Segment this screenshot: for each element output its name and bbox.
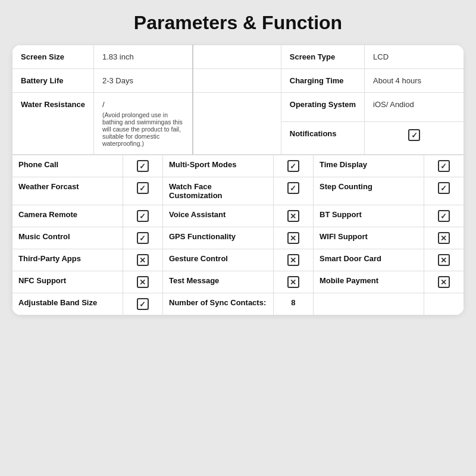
feature-col1-label-2: Camera Remote	[12, 205, 123, 227]
feature-col2-label-0: Multi-Sport Modes	[163, 155, 274, 177]
feature-row-5: NFC SupportTest MessageMobile Payment	[12, 271, 464, 293]
feature-row-2: Camera RemoteVoice AssistantBT Support	[12, 205, 464, 227]
feature-col1-label-0: Phone Call	[12, 155, 123, 177]
feature-col2-check-6: 8	[273, 293, 313, 315]
screen-size-value: 1.83 inch	[93, 45, 193, 69]
feature-col2-check-2	[273, 205, 313, 227]
feature-col2-check-4	[273, 249, 313, 271]
feature-col3-label-6	[314, 293, 424, 315]
features-table: Phone CallMulti-Sport ModesTime DisplayW…	[12, 155, 464, 315]
feature-col2-check-1	[273, 177, 313, 205]
feature-col3-label-3: WIFI Support	[314, 227, 424, 249]
feature-col3-check-5	[424, 271, 464, 293]
notifications-check	[408, 129, 420, 141]
feature-col2-label-6: Number of Sync Contacts:	[163, 293, 274, 315]
notifications-value	[365, 121, 464, 154]
feature-col1-check-6	[123, 293, 162, 315]
parameters-card: Screen Size 1.83 inch Screen Type LCD Ba…	[12, 45, 464, 315]
screen-type-value: LCD	[365, 45, 464, 69]
feature-col2-label-5: Test Message	[163, 271, 274, 293]
feature-col3-label-5: Mobile Payment	[314, 271, 424, 293]
feature-col1-check-5	[123, 271, 162, 293]
feature-col3-label-2: BT Support	[314, 205, 424, 227]
feature-col2-label-4: Gesture Control	[163, 249, 274, 271]
feature-col3-check-2	[424, 205, 464, 227]
notifications-label: Notifications	[281, 121, 364, 154]
feature-col2-label-3: GPS Functionality	[163, 227, 274, 249]
feature-col2-check-3	[273, 227, 313, 249]
water-resistance-label: Water Resistance	[12, 93, 94, 155]
water-resistance-value: / (Avoid prolonged use in bathing and sw…	[93, 93, 193, 155]
feature-row-3: Music ControlGPS FunctionalityWIFI Suppo…	[12, 227, 464, 249]
feature-col1-check-1	[123, 177, 162, 205]
feature-col2-label-1: Watch Face Customization	[163, 177, 274, 205]
feature-col3-label-4: Smart Door Card	[314, 249, 424, 271]
params-row-3: Water Resistance / (Avoid prolonged use …	[12, 93, 464, 122]
feature-col3-check-1	[424, 177, 464, 205]
feature-row-1: Weather ForcastWatch Face CustomizationS…	[12, 177, 464, 205]
feature-col1-label-6: Adjustable Band Size	[12, 293, 123, 315]
feature-col3-check-6	[424, 293, 464, 315]
feature-col1-check-3	[123, 227, 162, 249]
feature-col2-label-2: Voice Assistant	[163, 205, 274, 227]
feature-col1-label-4: Third-Party Apps	[12, 249, 123, 271]
charging-time-label: Charging Time	[281, 69, 364, 93]
feature-col3-label-0: Time Display	[314, 155, 424, 177]
feature-col3-label-1: Step Counting	[314, 177, 424, 205]
os-value: iOS/ Andiod	[365, 93, 464, 122]
feature-col1-check-0	[123, 155, 162, 177]
feature-col2-check-0	[273, 155, 313, 177]
feature-row-0: Phone CallMulti-Sport ModesTime Display	[12, 155, 464, 177]
feature-col1-check-4	[123, 249, 162, 271]
params-row-1: Screen Size 1.83 inch Screen Type LCD	[12, 45, 464, 69]
screen-size-label: Screen Size	[12, 45, 94, 69]
feature-col2-check-5	[273, 271, 313, 293]
screen-type-label: Screen Type	[281, 45, 364, 69]
os-label: Operating System	[281, 93, 364, 122]
charging-time-value: About 4 hours	[365, 69, 464, 93]
feature-col1-label-5: NFC Support	[12, 271, 123, 293]
params-row-2: Battery Life 2-3 Days Charging Time Abou…	[12, 69, 464, 93]
feature-col1-label-1: Weather Forcast	[12, 177, 123, 205]
battery-life-value: 2-3 Days	[93, 69, 193, 93]
feature-col3-check-4	[424, 249, 464, 271]
battery-life-label: Battery Life	[12, 69, 94, 93]
page-title: Parameters & Function	[134, 12, 342, 34]
feature-row-6: Adjustable Band SizeNumber of Sync Conta…	[12, 293, 464, 315]
params-table: Screen Size 1.83 inch Screen Type LCD Ba…	[12, 45, 464, 155]
feature-row-4: Third-Party AppsGesture ControlSmart Doo…	[12, 249, 464, 271]
feature-col3-check-3	[424, 227, 464, 249]
feature-col3-check-0	[424, 155, 464, 177]
feature-col1-label-3: Music Control	[12, 227, 123, 249]
feature-col1-check-2	[123, 205, 162, 227]
